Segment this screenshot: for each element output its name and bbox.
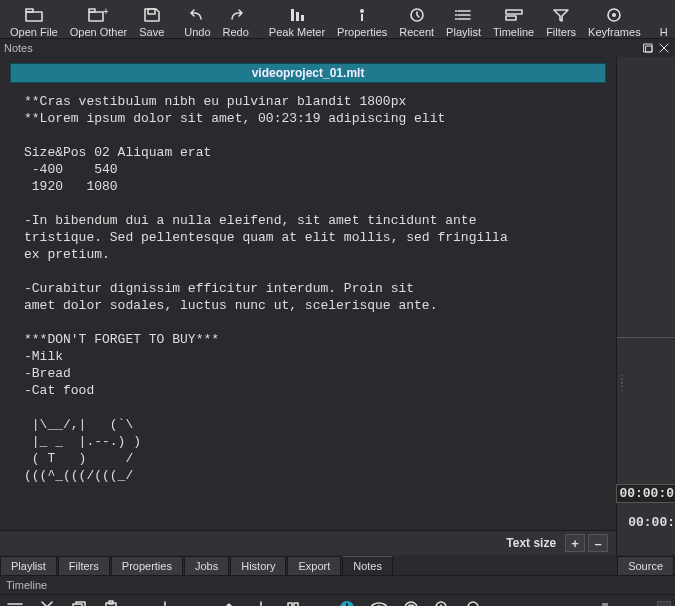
redo-button[interactable]: Redo [217, 0, 255, 40]
scrub-icon[interactable] [368, 598, 390, 606]
text-size-plus-button[interactable]: + [565, 534, 585, 552]
open-other-button[interactable]: + Open Other [64, 0, 133, 40]
append-icon[interactable] [154, 598, 176, 606]
svg-rect-2 [89, 12, 103, 21]
lift-icon[interactable] [218, 598, 240, 606]
recent-label: Recent [399, 26, 434, 38]
undo-label: Undo [184, 26, 210, 38]
open-file-icon [23, 6, 45, 24]
svg-rect-3 [89, 9, 95, 12]
open-file-button[interactable]: Open File [4, 0, 64, 40]
left-tabs: PlaylistFiltersPropertiesJobsHistoryExpo… [0, 555, 617, 575]
text-size-minus-button[interactable]: – [588, 534, 608, 552]
history-icon [653, 6, 675, 24]
timeline-label: Timeline [493, 26, 534, 38]
copy-icon[interactable] [68, 598, 90, 606]
player-preview-stub: ⋮⋮⋮ 00:00:0 00:00: [617, 57, 675, 555]
zoom-out-icon[interactable] [464, 598, 486, 606]
panel-close-icon[interactable] [657, 41, 671, 55]
keyframes-button[interactable]: Keyframes [582, 0, 647, 40]
notes-panel-title: Notes [4, 42, 33, 54]
notes-column: videoproject_01.mlt **Cras vestibulum ni… [0, 57, 616, 555]
player-split-line [617, 337, 675, 338]
svg-point-14 [455, 18, 457, 20]
recent-button[interactable]: Recent [393, 0, 440, 40]
timeline-title: Timeline [6, 579, 47, 591]
filters-button[interactable]: Filters [540, 0, 582, 40]
timecode-total[interactable]: 00:00:0 [616, 484, 675, 503]
overwrite-icon[interactable] [250, 598, 272, 606]
tab-notes[interactable]: Notes [342, 556, 393, 575]
cut-icon[interactable] [36, 598, 58, 606]
filters-label: Filters [546, 26, 576, 38]
history-button-cut[interactable]: H [647, 0, 675, 40]
svg-rect-7 [296, 12, 299, 21]
svg-rect-0 [26, 12, 42, 21]
bottom-tab-row: PlaylistFiltersPropertiesJobsHistoryExpo… [0, 555, 675, 575]
save-icon [141, 6, 163, 24]
keyframes-label: Keyframes [588, 26, 641, 38]
tab-filters[interactable]: Filters [58, 556, 110, 575]
svg-text:+: + [103, 7, 108, 17]
timeline-toolbar [0, 594, 675, 606]
undo-icon [186, 6, 208, 24]
tab-history[interactable]: History [230, 556, 286, 575]
open-other-icon: + [87, 6, 109, 24]
timeline-icon [503, 6, 525, 24]
svg-point-18 [612, 13, 616, 17]
open-file-label: Open File [10, 26, 58, 38]
tab-export[interactable]: Export [287, 556, 341, 575]
recent-icon [406, 6, 428, 24]
zoom-in-icon[interactable] [432, 598, 454, 606]
player-side-column: ⋮⋮⋮ 00:00:0 00:00: [616, 57, 675, 555]
main-area: videoproject_01.mlt **Cras vestibulum ni… [0, 57, 675, 555]
snap-icon[interactable] [336, 598, 358, 606]
redo-label: Redo [223, 26, 249, 38]
splitter-grip-icon[interactable]: ⋮⋮⋮ [617, 377, 627, 389]
zoom-fit-button[interactable] [657, 601, 671, 606]
text-size-row: Text size + – [0, 530, 616, 555]
undo-button[interactable]: Undo [178, 0, 216, 40]
svg-point-12 [455, 10, 457, 12]
svg-rect-10 [361, 14, 363, 21]
right-tabs: Source [617, 555, 675, 575]
notes-text-body[interactable]: **Cras vestibulum nibh eu pulvinar bland… [10, 93, 606, 530]
timeline-button[interactable]: Timeline [487, 0, 540, 40]
svg-rect-8 [301, 15, 304, 21]
peak-meter-label: Peak Meter [269, 26, 325, 38]
tab-properties[interactable]: Properties [111, 556, 183, 575]
panel-dock-icon[interactable] [641, 41, 655, 55]
filters-icon [550, 6, 572, 24]
svg-rect-1 [26, 9, 33, 12]
svg-rect-16 [506, 16, 516, 20]
playlist-label: Playlist [446, 26, 481, 38]
timeline-titlebar: Timeline [0, 575, 675, 594]
svg-rect-19 [644, 44, 652, 52]
ripple-icon[interactable] [400, 598, 422, 606]
history-label-cut: H [660, 26, 668, 38]
split-icon[interactable] [282, 598, 304, 606]
svg-point-9 [360, 9, 364, 13]
notes-panel-titlebar: Notes [0, 39, 675, 57]
redo-icon [225, 6, 247, 24]
tab-playlist[interactable]: Playlist [0, 556, 57, 575]
keyframes-icon [603, 6, 625, 24]
tab-source[interactable]: Source [617, 556, 674, 575]
save-button[interactable]: Save [133, 0, 170, 40]
playlist-button[interactable]: Playlist [440, 0, 487, 40]
save-label: Save [139, 26, 164, 38]
peak-meter-icon [286, 6, 308, 24]
paste-icon[interactable] [100, 598, 122, 606]
playlist-icon [453, 6, 475, 24]
tab-jobs[interactable]: Jobs [184, 556, 229, 575]
svg-rect-5 [148, 9, 155, 14]
remove-icon[interactable] [186, 598, 208, 606]
svg-point-13 [455, 14, 457, 16]
properties-button[interactable]: Properties [331, 0, 393, 40]
svg-point-32 [468, 602, 478, 606]
timeline-menu-icon[interactable] [4, 598, 26, 606]
notes-file-title: videoproject_01.mlt [10, 63, 606, 83]
peak-meter-button[interactable]: Peak Meter [263, 0, 331, 40]
properties-label: Properties [337, 26, 387, 38]
open-other-label: Open Other [70, 26, 127, 38]
